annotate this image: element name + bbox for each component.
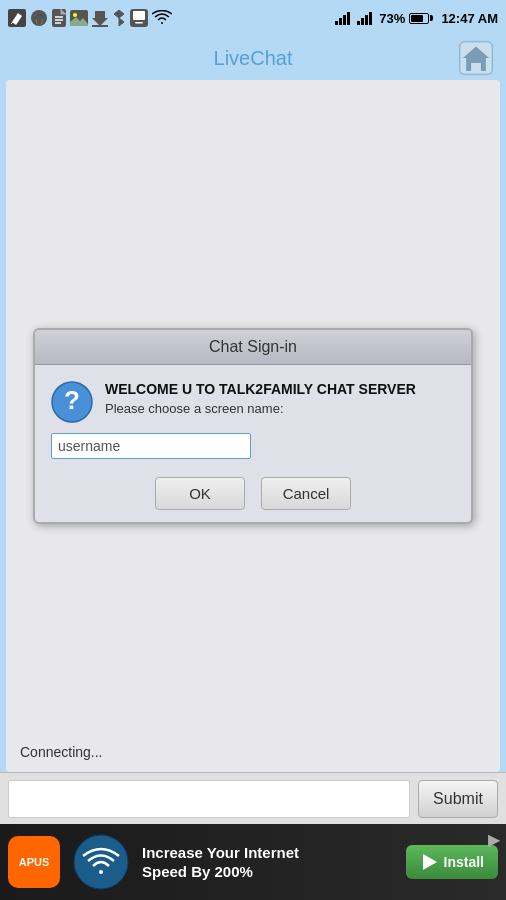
dialog-title: Chat Sign-in <box>209 338 297 355</box>
svg-rect-17 <box>347 12 350 25</box>
choose-text: Please choose a screen name: <box>105 401 416 416</box>
bottom-bar: Submit <box>0 772 506 824</box>
main-content: Chat Sign-in ? WELCOME U TO TALK2FAMILY … <box>6 80 500 772</box>
top-bar: LiveChat <box>0 36 506 80</box>
svg-rect-14 <box>335 21 338 25</box>
ad-text-block: Increase Your Internet Speed By 200% <box>142 844 394 880</box>
svg-text:🎧: 🎧 <box>33 12 46 25</box>
install-button[interactable]: Install <box>406 845 498 879</box>
ok-button[interactable]: OK <box>155 477 245 510</box>
submit-button[interactable]: Submit <box>418 780 498 818</box>
svg-rect-20 <box>365 15 368 25</box>
signal-icon-2 <box>357 11 375 25</box>
play-icon <box>420 853 438 871</box>
app-title: LiveChat <box>214 47 293 70</box>
phone-icon <box>130 9 148 27</box>
battery-icon <box>409 13 433 24</box>
signal-icon-1 <box>335 11 353 25</box>
status-bar-right: 73% 12:47 AM <box>335 11 498 26</box>
svg-point-9 <box>73 13 77 17</box>
status-bar: 🎧 <box>0 0 506 36</box>
ad-close-icon[interactable]: ▶ <box>488 830 500 849</box>
message-input[interactable] <box>8 780 410 818</box>
dialog-body: ? WELCOME U TO TALK2FAMILY CHAT SERVER P… <box>35 365 471 522</box>
image-icon <box>70 10 88 26</box>
ad-banner: APUS Increase Your Internet Speed By 200… <box>0 824 506 900</box>
status-time: 12:47 AM <box>441 11 498 26</box>
wifi-icon <box>152 10 172 26</box>
svg-rect-10 <box>92 25 108 27</box>
cancel-button[interactable]: Cancel <box>261 477 351 510</box>
install-label: Install <box>444 854 484 870</box>
welcome-text: WELCOME U TO TALK2FAMILY CHAT SERVER <box>105 381 416 397</box>
wifi-animation-icon <box>72 833 130 891</box>
battery-percent: 73% <box>379 11 405 26</box>
download-icon <box>92 9 108 27</box>
dialog-title-bar: Chat Sign-in <box>35 330 471 365</box>
home-icon <box>458 40 494 76</box>
dialog-text-block: WELCOME U TO TALK2FAMILY CHAT SERVER Ple… <box>105 381 416 416</box>
apus-badge: APUS <box>8 836 60 888</box>
ad-title-line2: Speed By 200% <box>142 863 394 880</box>
svg-rect-13 <box>135 22 143 24</box>
dialog-overlay: Chat Sign-in ? WELCOME U TO TALK2FAMILY … <box>6 80 500 772</box>
info-icon: ? <box>51 381 93 423</box>
ad-title-line1: Increase Your Internet <box>142 844 394 861</box>
headset-icon: 🎧 <box>30 9 48 27</box>
username-input[interactable] <box>51 433 251 459</box>
dialog-header-row: ? WELCOME U TO TALK2FAMILY CHAT SERVER P… <box>51 381 455 423</box>
edit-icon <box>8 9 26 27</box>
svg-rect-19 <box>361 18 364 25</box>
svg-text:?: ? <box>64 385 80 415</box>
status-bar-left: 🎧 <box>8 9 172 27</box>
svg-rect-4 <box>52 9 66 27</box>
bluetooth-icon <box>112 9 126 27</box>
svg-rect-12 <box>133 11 145 20</box>
connecting-status: Connecting... <box>20 744 103 760</box>
svg-rect-21 <box>369 12 372 25</box>
svg-rect-15 <box>339 18 342 25</box>
chat-signin-dialog: Chat Sign-in ? WELCOME U TO TALK2FAMILY … <box>33 328 473 524</box>
svg-rect-18 <box>357 21 360 25</box>
svg-rect-16 <box>343 15 346 25</box>
dialog-buttons: OK Cancel <box>51 477 455 510</box>
home-button[interactable] <box>454 38 498 78</box>
svg-marker-27 <box>423 854 437 870</box>
file-icon <box>52 9 66 27</box>
